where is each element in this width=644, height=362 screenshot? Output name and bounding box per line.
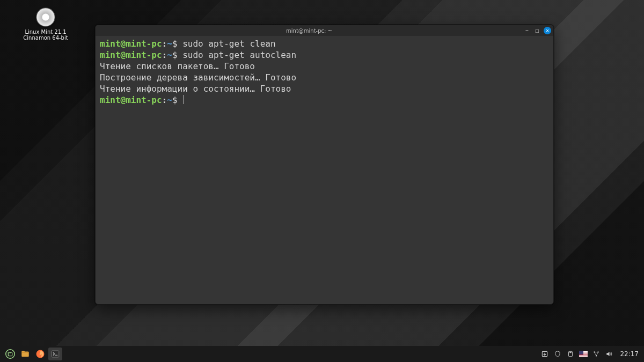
terminal-body[interactable]: mint@mint-pc:~$ sudo apt-get cleanmint@m… xyxy=(96,36,553,304)
tray-update-manager-icon[interactable] xyxy=(540,350,549,358)
desktop-icon-label-1: Linux Mint 21.1 xyxy=(21,29,70,35)
tray-network-icon[interactable] xyxy=(592,350,601,358)
terminal-line: Построение дерева зависимостей… Готово xyxy=(100,72,549,83)
tray-removable-media-icon[interactable] xyxy=(566,350,575,358)
svg-point-0 xyxy=(6,350,15,359)
desktop-icon-label-2: Cinnamon 64-bit xyxy=(21,35,70,41)
terminal-window: mint@mint-pc: ~ mint@mint-pc:~$ sudo apt… xyxy=(95,25,554,305)
flag-us-icon xyxy=(579,351,588,357)
window-title: mint@mint-pc: ~ xyxy=(286,28,332,34)
terminal-line: mint@mint-pc:~$ sudo apt-get autoclean xyxy=(100,49,549,61)
desktop-icon-installer[interactable]: Linux Mint 21.1 Cinnamon 64-bit xyxy=(21,8,70,41)
terminal-line: mint@mint-pc:~$ sudo apt-get clean xyxy=(100,38,549,49)
svg-rect-5 xyxy=(570,352,572,353)
taskbar-firefox-button[interactable] xyxy=(33,348,47,360)
terminal-line: mint@mint-pc:~$ xyxy=(100,94,549,106)
firefox-icon xyxy=(35,349,45,359)
window-maximize-button[interactable] xyxy=(533,27,541,34)
system-tray: 22:17 xyxy=(540,350,641,358)
taskbar-files-button[interactable] xyxy=(18,348,32,360)
mint-logo-icon xyxy=(5,349,15,359)
svg-rect-2 xyxy=(52,351,59,357)
window-titlebar[interactable]: mint@mint-pc: ~ xyxy=(96,25,553,36)
terminal-line: Чтение информации о состоянии… Готово xyxy=(100,83,549,94)
tray-clock[interactable]: 22:17 xyxy=(620,350,639,358)
tray-shield-icon[interactable] xyxy=(553,350,562,358)
folder-icon xyxy=(20,349,30,359)
window-close-button[interactable] xyxy=(544,27,551,34)
window-minimize-button[interactable] xyxy=(523,27,531,34)
taskbar: 22:17 xyxy=(0,346,644,362)
start-menu-button[interactable] xyxy=(3,348,17,360)
terminal-icon xyxy=(50,349,60,359)
tray-volume-icon[interactable] xyxy=(605,350,613,358)
tray-keyboard-layout[interactable] xyxy=(579,350,588,358)
terminal-cursor xyxy=(184,95,184,104)
taskbar-terminal-button[interactable] xyxy=(48,348,62,360)
disc-icon xyxy=(36,8,55,27)
terminal-line: Чтение списков пакетов… Готово xyxy=(100,61,549,72)
